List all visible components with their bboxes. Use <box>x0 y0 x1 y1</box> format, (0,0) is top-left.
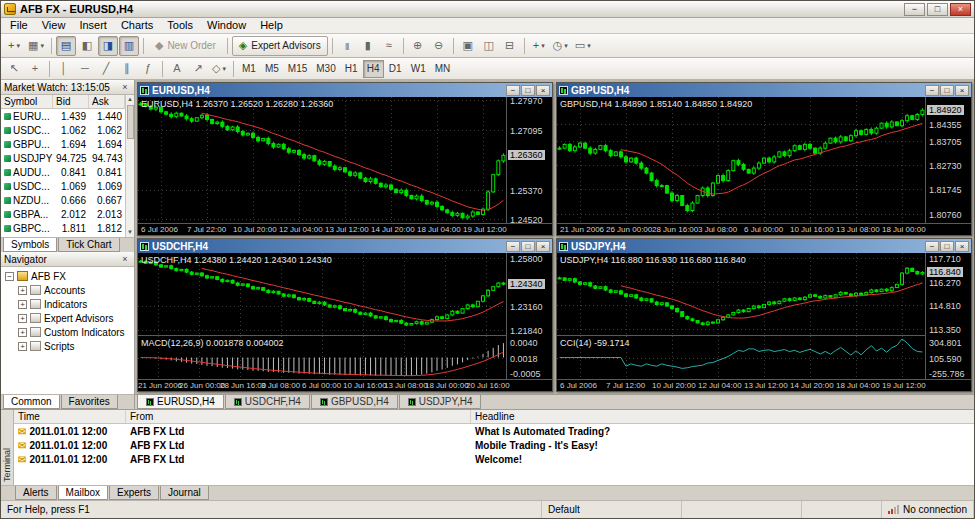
symbol-row[interactable]: NZDU...0.6660.667 <box>1 193 125 207</box>
time-axis[interactable]: 6 Jul 20067 Jul 12:0010 Jul 20:0012 Jul … <box>557 379 971 391</box>
arrow-tool-button[interactable]: ↗ <box>188 59 208 79</box>
timeframe-h4-button[interactable]: H4 <box>363 60 384 78</box>
chart-restore-button[interactable]: □ <box>521 241 535 252</box>
tab-alerts[interactable]: Alerts <box>15 486 57 500</box>
price-scale[interactable]: 117.710116.270114.810113.350116.840304.8… <box>925 253 971 379</box>
menu-tools[interactable]: Tools <box>160 18 200 33</box>
chart-window-gbpusd[interactable]: GBPUSD,H4 − □ × GBPUSD,H4 1.84890 1.8514… <box>556 82 972 236</box>
bar-chart-button[interactable]: ||| <box>337 36 357 56</box>
expand-icon[interactable]: + <box>18 314 27 323</box>
chart-tab-usdchf[interactable]: USDCHF,H4 <box>225 395 310 409</box>
line-chart-button[interactable]: ≈ <box>379 36 399 56</box>
trendline-tool-button[interactable]: ╱ <box>96 59 116 79</box>
candlestick-chart-button[interactable]: ▮ <box>358 36 378 56</box>
terminal-toggle[interactable]: ▥ <box>119 36 139 56</box>
tree-item-indicators[interactable]: +Indicators <box>1 297 134 311</box>
tree-item-scripts[interactable]: +Scripts <box>1 339 134 353</box>
scroll-up-icon[interactable]: ▲ <box>127 95 133 104</box>
timeframe-m30-button[interactable]: M30 <box>312 60 339 78</box>
symbol-row[interactable]: AUDU...0.8410.841 <box>1 165 125 179</box>
market-watch-toggle[interactable]: ▤ <box>56 36 76 56</box>
close-icon[interactable]: × <box>119 82 131 92</box>
data-window-toggle[interactable]: ◧ <box>77 36 97 56</box>
expand-icon[interactable]: + <box>18 342 27 351</box>
symbol-row[interactable]: EURU...1.4391.440 <box>1 109 125 123</box>
timeframe-w1-button[interactable]: W1 <box>407 60 430 78</box>
terminal-side-strip[interactable]: Terminal <box>1 410 14 485</box>
chart-restore-button[interactable]: □ <box>940 85 954 96</box>
symbol-row[interactable]: GBPA...2.0122.013 <box>1 207 125 221</box>
status-profile[interactable]: Default <box>542 501 682 518</box>
chart-restore-button[interactable]: □ <box>521 85 535 96</box>
tab-journal[interactable]: Journal <box>160 486 209 500</box>
menu-help[interactable]: Help <box>253 18 290 33</box>
tree-item-custom-indicators[interactable]: +Custom Indicators <box>1 325 134 339</box>
crosshair-tool-button[interactable]: + <box>25 59 45 79</box>
plot-area[interactable]: GBPUSD,H4 1.84890 1.85140 1.84850 1.8492… <box>557 97 925 223</box>
menu-charts[interactable]: Charts <box>114 18 160 33</box>
tree-item-expert-advisors[interactable]: +Expert Advisors <box>1 311 134 325</box>
chart-restore-button[interactable]: □ <box>940 241 954 252</box>
text-tool-button[interactable]: A <box>167 59 187 79</box>
indicators-button[interactable]: +▾ <box>529 36 549 56</box>
navigator-header[interactable]: Navigator × <box>1 252 134 267</box>
horizontal-line-tool-button[interactable]: ─ <box>75 59 95 79</box>
tile-horizontally-button[interactable]: ◫ <box>479 36 499 56</box>
column-time[interactable]: Time <box>14 410 126 423</box>
price-scale[interactable]: 1.258001.231601.218401.243400.00400.0018… <box>506 253 552 379</box>
timeframe-m5-button[interactable]: M5 <box>261 60 283 78</box>
market-watch-header[interactable]: Market Watch: 13:15:05 × <box>1 80 134 95</box>
tab-tick-chart[interactable]: Tick Chart <box>58 238 119 252</box>
symbol-row[interactable]: GBPU...1.6941.694 <box>1 137 125 151</box>
zoom-in-button[interactable]: ⊕ <box>408 36 428 56</box>
expand-icon[interactable]: + <box>18 300 27 309</box>
chart-minimize-button[interactable]: − <box>925 85 939 96</box>
close-icon[interactable]: × <box>119 254 131 264</box>
titlebar[interactable]: AFB FX - EURUSD,H4 − □ × <box>1 1 974 18</box>
zoom-out-button[interactable]: ⊖ <box>429 36 449 56</box>
tab-experts[interactable]: Experts <box>109 486 159 500</box>
chart-close-button[interactable]: × <box>536 85 550 96</box>
shapes-tool-button[interactable]: ◇▾ <box>209 59 229 79</box>
tree-item-root[interactable]: −AFB FX <box>1 269 134 283</box>
collapse-icon[interactable]: − <box>5 272 14 281</box>
menu-view[interactable]: View <box>35 18 73 33</box>
timeframe-m15-button[interactable]: M15 <box>284 60 311 78</box>
scrollbar-thumb[interactable] <box>127 105 134 139</box>
chart-tab-gbpusd[interactable]: GBPUSD,H4 <box>311 395 398 409</box>
tab-mailbox[interactable]: Mailbox <box>58 486 108 500</box>
time-axis[interactable]: 21 Jun 200626 Jun 00:0028 Jun 16:003 Jul… <box>557 223 971 235</box>
navigator-toggle[interactable]: ◨ <box>98 36 118 56</box>
window-close-button[interactable]: × <box>950 3 971 16</box>
symbol-row[interactable]: USDC...1.0691.069 <box>1 179 125 193</box>
chart-titlebar[interactable]: USDJPY,H4 − □ × <box>557 239 971 253</box>
templates-button[interactable]: ▭▾ <box>572 36 594 56</box>
column-ask[interactable]: Ask <box>89 95 125 108</box>
menu-file[interactable]: File <box>3 18 35 33</box>
chart-titlebar[interactable]: EURUSD,H4 − □ × <box>138 83 552 97</box>
menu-window[interactable]: Window <box>200 18 253 33</box>
chart-minimize-button[interactable]: − <box>506 85 520 96</box>
symbol-row[interactable]: USDC...1.0621.062 <box>1 123 125 137</box>
chart-window-usdchf[interactable]: USDCHF,H4 − □ × USDCHF,H4 1.24380 1.2442… <box>137 238 553 392</box>
symbol-row[interactable]: GBPC...1.8111.812 <box>1 221 125 235</box>
chart-tab-usdjpy[interactable]: USDJPY,H4 <box>399 395 482 409</box>
time-axis[interactable]: 6 Jul 20067 Jul 22:0010 Jul 20:0012 Jul … <box>138 223 552 235</box>
price-scale[interactable]: 1.279701.270951.253701.245201.26360 <box>506 97 552 223</box>
vertical-line-tool-button[interactable]: │ <box>54 59 74 79</box>
expand-icon[interactable]: + <box>18 286 27 295</box>
new-chart-button[interactable]: +▾ <box>4 36 24 56</box>
periods-button[interactable]: ◷▾ <box>550 36 571 56</box>
time-axis[interactable]: 21 Jun 200626 Jun 00:0028 Jun 16:003 Jul… <box>138 379 552 391</box>
fibonacci-tool-button[interactable]: ƒ <box>138 59 158 79</box>
mail-row[interactable]: ✉2011.01.01 12:00 AFB FX Ltd Welcome! <box>14 452 974 466</box>
scroll-down-icon[interactable]: ▼ <box>127 228 133 237</box>
tab-favorites[interactable]: Favorites <box>61 395 118 409</box>
tab-common[interactable]: Common <box>3 395 60 409</box>
cascade-windows-button[interactable]: ▣ <box>458 36 478 56</box>
indicator-area[interactable]: MACD(12,26,9) 0.001878 0.004002 <box>138 335 506 379</box>
column-symbol[interactable]: Symbol <box>1 95 53 108</box>
chart-close-button[interactable]: × <box>955 241 969 252</box>
mail-row[interactable]: ✉2011.01.01 12:00 AFB FX Ltd Mobile Trad… <box>14 438 974 452</box>
column-headline[interactable]: Headline <box>471 410 974 423</box>
